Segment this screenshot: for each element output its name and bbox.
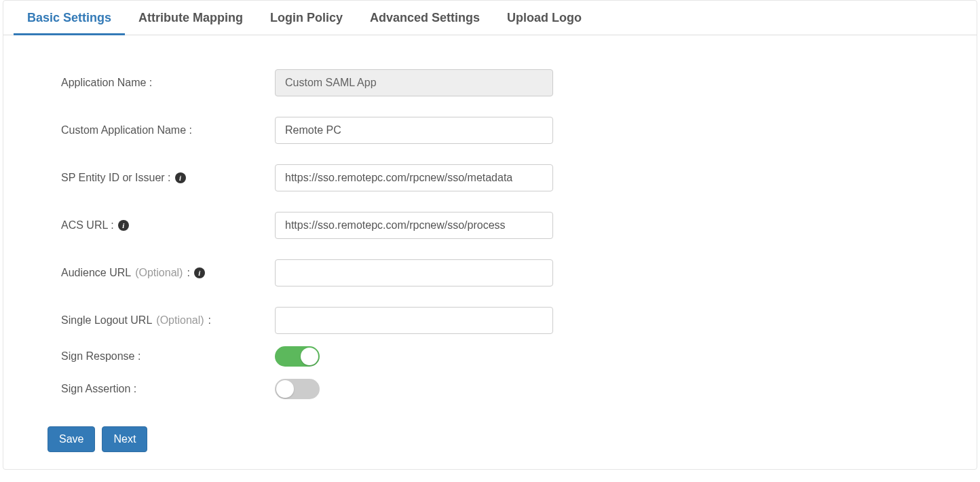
settings-card: Basic Settings Attribute Mapping Login P… — [3, 0, 977, 470]
label-sign-assertion: Sign Assertion : — [44, 383, 275, 395]
label-audience-url-text: Audience URL — [61, 267, 131, 279]
row-audience-url: Audience URL (Optional) : i — [44, 259, 936, 286]
input-audience-url[interactable] — [275, 259, 553, 286]
toggle-sign-assertion[interactable] — [275, 379, 320, 399]
label-sp-entity-id-text: SP Entity ID or Issuer : — [61, 172, 171, 184]
label-single-logout-url-end: : — [208, 314, 211, 327]
tab-advanced-settings[interactable]: Advanced Settings — [356, 1, 493, 35]
label-custom-application-name: Custom Application Name : — [44, 124, 275, 136]
toggle-knob — [276, 380, 294, 398]
tab-attribute-mapping[interactable]: Attribute Mapping — [125, 1, 257, 35]
label-single-logout-url-optional: (Optional) — [156, 314, 204, 327]
toggle-knob — [301, 348, 318, 365]
row-sign-response: Sign Response : — [44, 346, 936, 367]
tabs: Basic Settings Attribute Mapping Login P… — [3, 1, 977, 35]
label-audience-url-end: : — [187, 267, 189, 279]
row-sign-assertion: Sign Assertion : — [44, 379, 936, 399]
row-application-name: Application Name : — [44, 69, 936, 96]
label-application-name: Application Name : — [44, 77, 275, 89]
info-icon[interactable]: i — [194, 267, 205, 278]
label-sign-response: Sign Response : — [44, 350, 275, 363]
label-audience-url: Audience URL (Optional) : i — [44, 267, 275, 279]
next-button[interactable]: Next — [102, 426, 147, 452]
tab-login-policy[interactable]: Login Policy — [257, 1, 356, 35]
info-icon[interactable]: i — [175, 172, 186, 183]
input-sp-entity-id[interactable] — [275, 164, 553, 191]
input-single-logout-url[interactable] — [275, 307, 553, 334]
info-icon[interactable]: i — [118, 220, 129, 231]
tab-basic-settings[interactable]: Basic Settings — [14, 1, 125, 35]
toggle-sign-response[interactable] — [275, 346, 320, 367]
label-single-logout-url-text: Single Logout URL — [61, 314, 152, 327]
label-audience-url-optional: (Optional) — [135, 267, 183, 279]
row-custom-application-name: Custom Application Name : — [44, 117, 936, 144]
tab-upload-logo[interactable]: Upload Logo — [493, 1, 595, 35]
label-acs-url: ACS URL : i — [44, 219, 275, 231]
input-custom-application-name[interactable] — [275, 117, 553, 144]
row-acs-url: ACS URL : i — [44, 212, 936, 239]
row-single-logout-url: Single Logout URL (Optional) : — [44, 307, 936, 334]
label-acs-url-text: ACS URL : — [61, 219, 114, 231]
input-application-name — [275, 69, 553, 96]
save-button[interactable]: Save — [48, 426, 95, 452]
action-buttons: Save Next — [3, 420, 977, 462]
label-sp-entity-id: SP Entity ID or Issuer : i — [44, 172, 275, 184]
form: Application Name : Custom Application Na… — [3, 35, 977, 399]
row-sp-entity-id: SP Entity ID or Issuer : i — [44, 164, 936, 191]
label-single-logout-url: Single Logout URL (Optional) : — [44, 314, 275, 327]
input-acs-url[interactable] — [275, 212, 553, 239]
